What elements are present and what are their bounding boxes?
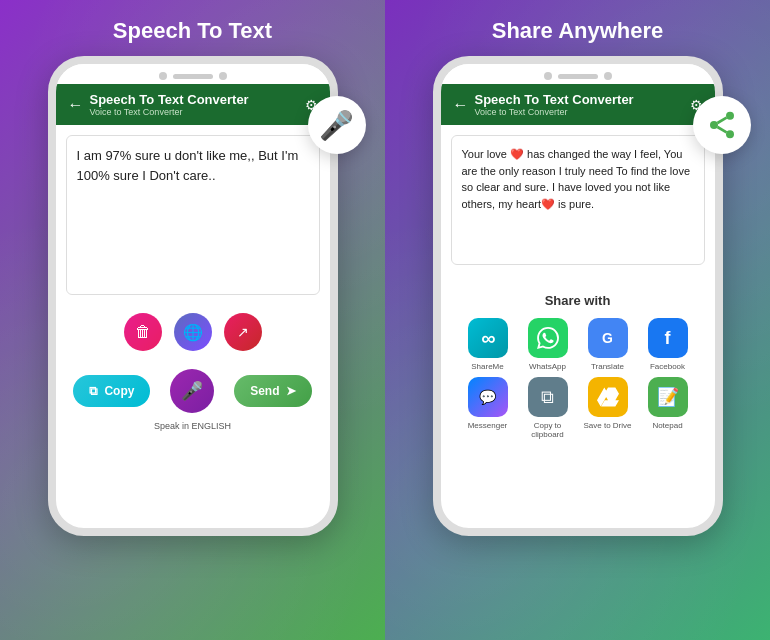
facebook-icon: f (648, 318, 688, 358)
svg-line-4 (717, 118, 726, 123)
right-phone: ← Speech To Text Converter Voice to Text… (433, 56, 723, 536)
shareme-label: ShareMe (471, 362, 503, 371)
whatsapp-label: WhatsApp (529, 362, 566, 371)
camera-dot-right (544, 72, 552, 80)
globe-icon: 🌐 (183, 323, 203, 342)
app-header-right: ← Speech To Text Converter Voice to Text… (441, 84, 715, 125)
clipboard-label: Copy to clipboard (521, 421, 575, 439)
send-arrow-icon: ➤ (286, 384, 296, 398)
bottom-bar-left: ⧉ Copy 🎤 Send ➤ (56, 359, 330, 421)
speaker-right (558, 74, 598, 79)
share-app-notepad[interactable]: 📝 Notepad (641, 377, 695, 439)
copy-button[interactable]: ⧉ Copy (73, 375, 150, 407)
svg-point-2 (726, 130, 734, 138)
share-app-clipboard[interactable]: ⧉ Copy to clipboard (521, 377, 575, 439)
phone-top-bar-right (441, 64, 715, 84)
messenger-label: Messenger (468, 421, 508, 430)
camera-dot-left (159, 72, 167, 80)
phone-top-bar-left (56, 64, 330, 84)
app-title-right: Speech To Text Converter (475, 92, 634, 107)
notepad-icon: 📝 (648, 377, 688, 417)
svg-line-3 (717, 127, 726, 132)
app-subtitle-left: Voice to Text Converter (90, 107, 249, 117)
translate-button[interactable]: 🌐 (174, 313, 212, 351)
drive-label: Save to Drive (583, 421, 631, 430)
translate-label: Translate (591, 362, 624, 371)
microphone-icon: 🎤 (181, 380, 203, 402)
share-app-shareme[interactable]: ∞ ShareMe (461, 318, 515, 371)
copy-icon: ⧉ (89, 384, 98, 398)
right-panel-title: Share Anywhere (492, 18, 664, 44)
share-apps-grid: ∞ ShareMe WhatsApp G Translate f (461, 318, 695, 439)
left-panel-title: Speech To Text (113, 18, 272, 44)
floating-share-icon (693, 96, 751, 154)
text-display-right[interactable]: Your love ❤️ has changed the way I feel,… (451, 135, 705, 265)
share-button-left[interactable]: ↗ (224, 313, 262, 351)
back-arrow-right[interactable]: ← (453, 96, 469, 114)
share-app-drive[interactable]: Save to Drive (581, 377, 635, 439)
app-title-group-right: Speech To Text Converter Voice to Text C… (475, 92, 634, 117)
speaker-left (173, 74, 213, 79)
app-header-left: ← Speech To Text Converter Voice to Text… (56, 84, 330, 125)
share-app-translate[interactable]: G Translate (581, 318, 635, 371)
left-phone-wrapper: ← Speech To Text Converter Voice to Text… (48, 56, 338, 536)
right-panel: Share Anywhere ← Speech To Text Converte… (385, 0, 770, 640)
delete-button[interactable]: 🗑 (124, 313, 162, 351)
clipboard-icon: ⧉ (528, 377, 568, 417)
action-buttons-left: 🗑 🌐 ↗ (56, 313, 330, 351)
camera-dot2-left (219, 72, 227, 80)
mic-button[interactable]: 🎤 (170, 369, 214, 413)
left-phone: ← Speech To Text Converter Voice to Text… (48, 56, 338, 536)
notepad-label: Notepad (652, 421, 682, 430)
share-icon-left: ↗ (237, 324, 249, 340)
camera-dot2-right (604, 72, 612, 80)
messenger-icon: 💬 (468, 377, 508, 417)
trash-icon: 🗑 (135, 323, 151, 341)
translate-icon: G (588, 318, 628, 358)
share-svg-icon (706, 109, 738, 141)
send-button[interactable]: Send ➤ (234, 375, 311, 407)
app-header-right-group: ← Speech To Text Converter Voice to Text… (453, 92, 634, 117)
svg-point-1 (710, 121, 718, 129)
send-label: Send (250, 384, 279, 398)
facebook-label: Facebook (650, 362, 685, 371)
share-sheet: Share with ∞ ShareMe WhatsApp G (451, 283, 705, 449)
text-display-left[interactable]: I am 97% sure u don't like me,, But I'm … (66, 135, 320, 295)
svg-point-0 (726, 112, 734, 120)
app-title-left: Speech To Text Converter (90, 92, 249, 107)
app-subtitle-right: Voice to Text Converter (475, 107, 634, 117)
share-app-facebook[interactable]: f Facebook (641, 318, 695, 371)
share-app-messenger[interactable]: 💬 Messenger (461, 377, 515, 439)
right-phone-wrapper: ← Speech To Text Converter Voice to Text… (433, 56, 723, 536)
speak-label: Speak in ENGLISH (56, 421, 330, 437)
shareme-icon: ∞ (468, 318, 508, 358)
drive-icon (588, 377, 628, 417)
copy-label: Copy (104, 384, 134, 398)
share-app-whatsapp[interactable]: WhatsApp (521, 318, 575, 371)
left-panel: Speech To Text ← Speech To Text Converte… (0, 0, 385, 640)
share-with-title: Share with (461, 293, 695, 308)
floating-mic-icon: 🎤 (308, 96, 366, 154)
app-header-left-group: ← Speech To Text Converter Voice to Text… (68, 92, 249, 117)
back-arrow-left[interactable]: ← (68, 96, 84, 114)
app-title-group-left: Speech To Text Converter Voice to Text C… (90, 92, 249, 117)
whatsapp-icon (528, 318, 568, 358)
large-mic-icon: 🎤 (319, 109, 354, 142)
